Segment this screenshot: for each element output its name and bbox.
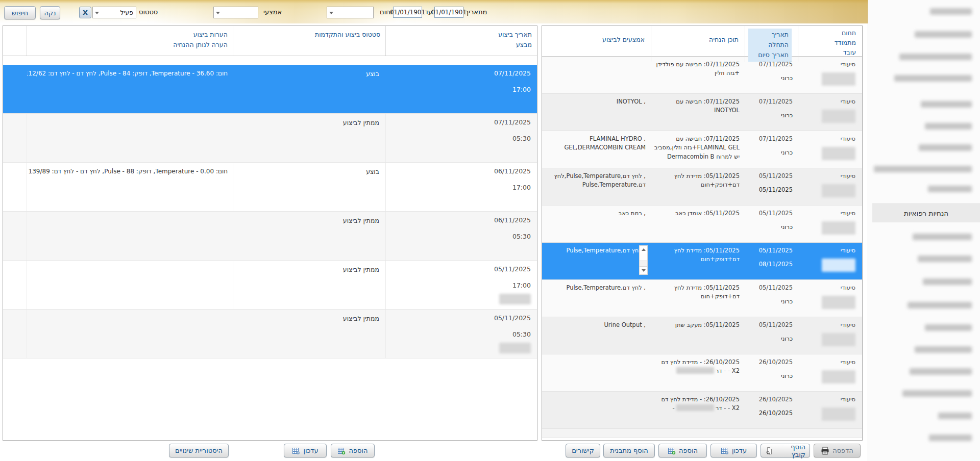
col-header-empty — [4, 26, 27, 56]
blurred-sidebar-item[interactable] — [925, 123, 972, 130]
redacted-patient-name — [822, 72, 855, 86]
redacted-patient-name — [822, 407, 855, 421]
blurred-sidebar-item[interactable] — [921, 101, 972, 108]
status-label: סטטוס — [139, 8, 158, 16]
links-button[interactable]: קישורים — [566, 444, 600, 457]
grid-plus-icon — [337, 447, 346, 455]
blurred-sidebar-item[interactable] — [923, 278, 972, 285]
change-history-label: היסטוריית שינויים — [175, 447, 223, 454]
guidelines-table: תחום מתמודד עובד תאריך התחלה תאריך סיום … — [542, 25, 863, 441]
guideline-row[interactable]: סיעודי 07/11/2025כרוני 07/11/2025: חבישה… — [542, 94, 862, 131]
executions-table: תאריך ביצוע מבצע סטטוס ביצוע והתקדמות הע… — [3, 25, 537, 441]
guideline-add-button[interactable]: הוספה — [658, 444, 707, 457]
execution-row[interactable]: 06/11/202517:00 בוצע חום: 0.00 - Tempera… — [3, 163, 537, 212]
redacted-doctor-name — [676, 404, 714, 411]
guidelines-header-row: תחום מתמודד עובד תאריך התחלה תאריך סיום … — [542, 26, 862, 57]
blurred-sidebar-item[interactable] — [894, 75, 972, 82]
search-button[interactable]: חיפוש — [4, 6, 36, 19]
guideline-row[interactable]: סיעודי 05/11/2025כרוני 05/11/2025: מעקב … — [542, 317, 862, 354]
status-select[interactable]: פעיל — [92, 7, 136, 18]
links-label: קישורים — [572, 447, 594, 454]
col-header-execution-date[interactable]: תאריך ביצוע מבצע — [385, 26, 537, 56]
scroll-down-icon[interactable] — [640, 266, 647, 274]
add-label: הוספה — [349, 447, 368, 454]
redacted-executor-name — [499, 294, 531, 304]
guideline-row[interactable]: סיעודי 26/10/202526/10/2025 26/10/2025: … — [542, 392, 862, 429]
grid-plus-icon — [668, 447, 676, 455]
execution-row[interactable]: 05/11/202517:00 ממתין לביצוע — [3, 261, 537, 310]
domain-select[interactable] — [327, 7, 374, 18]
from-date-label: מתאריך — [465, 8, 487, 16]
grid-gear-icon — [721, 447, 729, 455]
blurred-sidebar-item[interactable] — [915, 31, 972, 38]
navigation-sidebar: הנחיות רפואיות — [868, 0, 980, 461]
guideline-row[interactable]: סיעודי 07/11/2025כרוני 07/11/2025: חבישה… — [542, 57, 862, 94]
status-select-value: פעיל — [120, 9, 133, 16]
add-label: הוספה — [679, 447, 698, 454]
redacted-patient-name — [822, 333, 855, 346]
executions-header-row: תאריך ביצוע מבצע סטטוס ביצוע והתקדמות הע… — [3, 26, 537, 56]
sidebar-item-medical-guidelines[interactable]: הנחיות רפואיות — [872, 203, 980, 222]
filter-toolbar: חיפוש נקה X פעיל סטטוס אמצעי תחום 01/01/… — [0, 0, 510, 23]
file-magnifier-icon — [765, 447, 773, 455]
date-to-input[interactable]: 01/01/1901 — [393, 7, 422, 18]
header-spacer — [3, 56, 537, 65]
scrollbar-thumb[interactable] — [640, 253, 647, 261]
execution-add-button[interactable]: הוספה — [331, 444, 375, 457]
blurred-sidebar-item[interactable] — [908, 302, 972, 309]
means-scrollbar[interactable] — [639, 245, 648, 275]
blurred-sidebar-item[interactable] — [938, 413, 972, 419]
redacted-doctor-name — [676, 367, 714, 374]
blurred-sidebar-item[interactable] — [910, 368, 972, 375]
means-select[interactable] — [213, 7, 258, 18]
blurred-sidebar-item[interactable] — [929, 434, 972, 441]
blurred-sidebar-item[interactable] — [874, 166, 972, 172]
redacted-patient-name — [822, 259, 855, 272]
blurred-sidebar-item[interactable] — [899, 54, 972, 60]
execution-update-button[interactable]: עדכון — [284, 444, 327, 457]
execution-row[interactable]: 05/11/202505:30 ממתין לביצוע — [3, 310, 537, 358]
change-history-button[interactable]: היסטוריית שינויים — [169, 444, 229, 457]
clear-status-x-button[interactable]: X — [79, 7, 91, 18]
guideline-row[interactable]: סיעודי 07/11/2025כרוני 07/11/2025: חבישה… — [542, 131, 862, 168]
redacted-patient-name — [822, 184, 855, 197]
add-from-template-label: הוסף מתבנית — [610, 447, 648, 454]
redacted-patient-name — [822, 296, 855, 309]
chevron-down-icon — [216, 12, 220, 14]
guideline-row-selected[interactable]: סיעודי 05/11/202508/11/2025 05/11/2025: … — [542, 243, 862, 280]
col-header-execution-notes[interactable]: הערות ביצוע הערה לנותן ההנחיה — [27, 26, 233, 56]
blurred-sidebar-item[interactable] — [902, 390, 972, 397]
guideline-row[interactable]: סיעודי 05/11/2025כרוני 05/11/2025: אומדן… — [542, 206, 862, 243]
redacted-patient-name — [822, 221, 855, 235]
clear-button[interactable]: נקה — [40, 6, 60, 19]
printer-icon — [821, 447, 829, 455]
chevron-down-icon — [95, 12, 99, 14]
blurred-sidebar-item[interactable] — [930, 8, 972, 15]
blurred-sidebar-item[interactable] — [928, 186, 972, 192]
col-header-execution-status[interactable]: סטטוס ביצוע והתקדמות — [233, 26, 385, 56]
redacted-patient-name — [822, 370, 855, 383]
blurred-sidebar-item[interactable] — [918, 255, 972, 262]
add-from-template-button[interactable]: הוסף מתבנית — [603, 444, 655, 457]
guideline-row[interactable]: סיעודי 05/11/202505/11/2025 05/11/2025: … — [542, 168, 862, 206]
blurred-sidebar-item[interactable] — [925, 324, 972, 331]
scroll-up-icon[interactable] — [640, 246, 647, 254]
means-label: אמצעי — [263, 8, 282, 16]
blurred-sidebar-item[interactable] — [919, 144, 972, 151]
execution-row[interactable]: 07/11/202505:30 ממתין לביצוע — [3, 114, 537, 163]
print-label: הדפסה — [832, 447, 853, 454]
guideline-row[interactable]: סיעודי 05/11/2025כרוני 05/11/2025: מדידת… — [542, 280, 862, 317]
add-file-button[interactable]: הוסף קובץ — [761, 444, 810, 457]
execution-row[interactable]: 06/11/202505:30 ממתין לביצוע — [3, 212, 537, 261]
grid-gear-icon — [292, 447, 300, 455]
print-button[interactable]: הדפסה — [814, 444, 861, 457]
guideline-row[interactable]: סיעודי 26/10/2025כרוני 26/10/2025: - מדי… — [542, 354, 862, 392]
guideline-update-button[interactable]: עדכון — [710, 444, 757, 457]
empty-row-strip — [542, 429, 862, 438]
blurred-sidebar-item[interactable] — [913, 234, 972, 240]
redacted-patient-name — [822, 147, 855, 160]
blurred-sidebar-item[interactable] — [915, 346, 972, 353]
date-from-input[interactable]: 01/01/1901 — [434, 7, 463, 18]
medical-guidelines-screen: חיפוש נקה X פעיל סטטוס אמצעי תחום 01/01/… — [0, 0, 980, 461]
execution-row[interactable]: 07/11/202517:00 בוצע חום: 36.60 - Temper… — [3, 65, 537, 114]
